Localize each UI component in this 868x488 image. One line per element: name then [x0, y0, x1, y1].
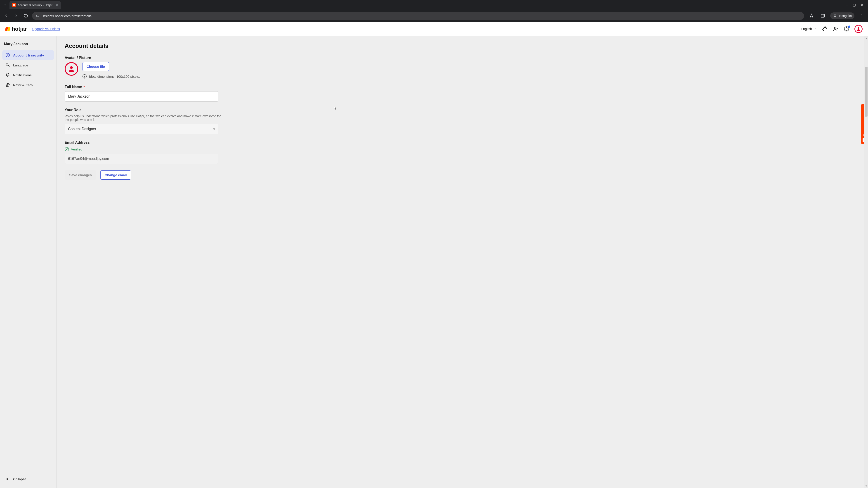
svg-point-8 — [7, 54, 8, 55]
bell-icon — [5, 73, 10, 77]
required-marker: * — [82, 85, 85, 89]
scroll-track[interactable] — [864, 40, 868, 484]
change-email-button[interactable]: Change email — [100, 170, 131, 180]
full-name-input[interactable] — [65, 91, 218, 102]
user-circle-icon — [5, 53, 10, 57]
gift-icon — [5, 83, 10, 87]
brand-name: hotjar — [12, 26, 27, 32]
vertical-scrollbar[interactable]: ▲ ▼ — [864, 36, 868, 488]
svg-point-5 — [846, 30, 847, 31]
close-tab-icon[interactable]: ✕ — [56, 3, 58, 7]
hotjar-favicon — [12, 3, 16, 7]
svg-rect-2 — [821, 14, 825, 17]
invite-user-icon[interactable] — [833, 26, 839, 32]
verified-badge: Verified — [65, 147, 288, 151]
chevron-down-icon — [814, 27, 817, 31]
language-picker[interactable]: English — [801, 27, 817, 31]
sidebar-user-name: Mary Jackson — [2, 40, 54, 50]
site-settings-icon[interactable] — [35, 13, 40, 18]
profile-avatar[interactable] — [855, 25, 863, 33]
chevron-down-icon: ▾ — [213, 127, 215, 131]
verified-label: Verified — [71, 147, 82, 151]
incognito-label: Incognito — [839, 14, 852, 18]
avatar-hint: Ideal dimensions: 100x100 pixels. — [89, 74, 140, 78]
check-circle-icon — [65, 147, 69, 151]
main-content: Account details Avatar / Picture Choose … — [57, 36, 868, 488]
browser-toolbar: insights.hotjar.com/profile/details Inco… — [0, 10, 868, 22]
svg-point-13 — [65, 147, 69, 151]
side-panel-button[interactable] — [819, 12, 827, 20]
forward-button[interactable] — [12, 12, 20, 20]
email-field: 6167ae94@moodjoy.com — [65, 154, 218, 164]
minimize-button[interactable]: ─ — [846, 3, 848, 7]
browser-tab[interactable]: Account & security - Hotjar ✕ — [9, 1, 61, 9]
maximize-button[interactable]: ▢ — [853, 3, 856, 7]
email-section: Email Address Verified 6167ae94@moodjoy.… — [65, 140, 288, 164]
back-button[interactable] — [2, 12, 10, 20]
choose-file-button[interactable]: Choose file — [82, 62, 109, 71]
translate-icon — [5, 63, 10, 67]
new-tab-button[interactable]: ＋ — [62, 2, 68, 8]
full-name-label: Full Name * — [65, 85, 288, 89]
scroll-down-arrow[interactable]: ▼ — [865, 484, 868, 488]
help-icon[interactable] — [844, 26, 849, 32]
upgrade-link[interactable]: Upgrade your plans — [32, 27, 60, 31]
role-label: Your Role — [65, 108, 288, 112]
sidebar: Mary Jackson Account & security Language… — [0, 36, 57, 488]
bookmark-button[interactable] — [808, 12, 815, 20]
sidebar-item-label: Language — [13, 63, 28, 67]
tab-search-button[interactable] — [2, 2, 8, 8]
sidebar-item-account-security[interactable]: Account & security — [2, 50, 54, 60]
action-row: Save changes Change email — [65, 170, 288, 180]
email-value: 6167ae94@moodjoy.com — [68, 157, 109, 161]
scroll-up-arrow[interactable]: ▲ — [865, 37, 868, 40]
url-text: insights.hotjar.com/profile/details — [42, 14, 92, 18]
address-bar[interactable]: insights.hotjar.com/profile/details — [32, 12, 804, 20]
role-section: Your Role Roles help us understand which… — [65, 108, 288, 134]
role-value: Content Designer — [68, 127, 96, 131]
svg-point-1 — [38, 16, 38, 17]
scroll-thumb[interactable] — [865, 67, 868, 117]
info-icon — [82, 74, 87, 78]
browser-menu-button[interactable]: ⋮ — [858, 14, 864, 18]
app-header: hotjar Upgrade your plans English — [0, 22, 868, 36]
tab-title: Account & security - Hotjar — [18, 3, 53, 7]
window-controls: ─ ▢ ✕ — [846, 3, 866, 7]
hotjar-logo[interactable]: hotjar — [5, 26, 27, 32]
collapse-icon — [5, 477, 10, 481]
sidebar-item-label: Notifications — [13, 73, 32, 77]
avatar-preview — [65, 62, 78, 76]
sidebar-item-label: Refer & Earn — [13, 83, 33, 87]
avatar-label: Avatar / Picture — [65, 56, 288, 60]
reload-button[interactable] — [22, 12, 30, 20]
avatar-section: Avatar / Picture Choose file Ideal dimen… — [65, 56, 288, 78]
sidebar-item-refer-earn[interactable]: Refer & Earn — [2, 80, 54, 90]
page-title: Account details — [65, 42, 288, 50]
svg-point-11 — [70, 66, 73, 69]
close-window-button[interactable]: ✕ — [861, 3, 864, 7]
full-name-section: Full Name * — [65, 85, 288, 102]
sidebar-item-notifications[interactable]: Notifications — [2, 70, 54, 80]
save-changes-button[interactable]: Save changes — [65, 170, 96, 180]
sidebar-item-language[interactable]: Language — [2, 60, 54, 70]
language-label: English — [801, 27, 812, 31]
role-select[interactable]: Content Designer ▾ — [65, 124, 218, 134]
svg-point-6 — [858, 27, 859, 29]
svg-point-0 — [36, 15, 37, 15]
sidebar-item-label: Account & security — [13, 53, 44, 57]
email-label: Email Address — [65, 140, 288, 144]
svg-point-3 — [834, 27, 836, 29]
tab-strip: Account & security - Hotjar ✕ ＋ ─ ▢ ✕ — [0, 0, 868, 10]
role-subtext: Roles help us understand which professio… — [65, 114, 223, 122]
integrations-icon[interactable] — [822, 26, 828, 32]
collapse-label: Collapse — [13, 477, 26, 481]
hotjar-logo-mark — [5, 27, 10, 31]
collapse-sidebar-button[interactable]: Collapse — [2, 474, 54, 484]
mouse-cursor — [334, 106, 337, 111]
incognito-chip[interactable]: Incognito — [830, 12, 855, 19]
